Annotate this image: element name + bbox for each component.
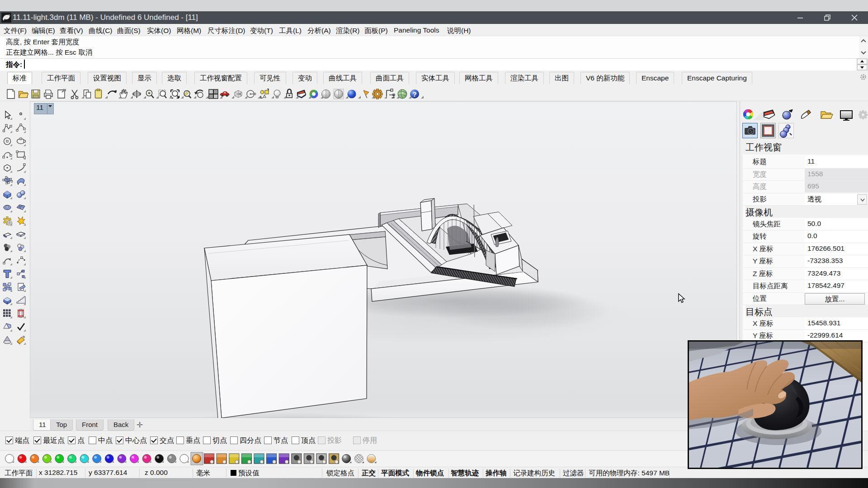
svg-text:?: ? <box>412 90 416 98</box>
svg-text:6: 6 <box>8 14 10 18</box>
